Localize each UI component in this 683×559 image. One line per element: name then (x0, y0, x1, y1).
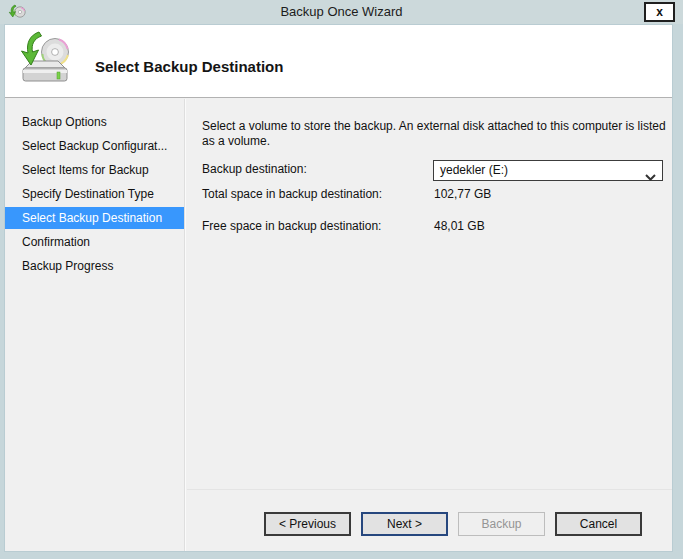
chevron-down-icon (645, 168, 656, 175)
backup-button[interactable]: Backup (458, 512, 545, 536)
free-space-label: Free space in backup destination: (202, 216, 381, 237)
titlebar: Backup Once Wizard x (0, 0, 683, 24)
backup-destination-selected-value: yedekler (E:) (440, 163, 508, 177)
backup-once-wizard-window: Backup Once Wizard x (0, 0, 683, 559)
sidebar-item-select-backup-configuration[interactable]: Select Backup Configurat... (5, 135, 184, 157)
sidebar-content-divider (184, 99, 186, 551)
window-title: Backup Once Wizard (0, 0, 683, 24)
page-content: Select a volume to store the backup. An … (187, 99, 672, 551)
backup-destination-select[interactable]: yedekler (E:) (433, 160, 663, 181)
page-title: Select Backup Destination (95, 58, 283, 75)
sidebar-item-select-backup-destination[interactable]: Select Backup Destination (5, 207, 184, 229)
page-description: Select a volume to store the backup. An … (202, 119, 670, 149)
total-space-value: 102,77 GB (434, 184, 491, 205)
close-icon: x (656, 5, 663, 19)
main-area: Backup Options Select Backup Configurat.… (5, 99, 672, 551)
footer-separator (187, 489, 672, 490)
backup-destination-icon (15, 30, 73, 90)
backup-destination-label: Backup destination: (202, 159, 307, 180)
wizard-header: Select Backup Destination (5, 25, 672, 98)
close-button[interactable]: x (644, 2, 675, 22)
sidebar-item-backup-options[interactable]: Backup Options (5, 111, 184, 133)
sidebar-item-specify-destination-type[interactable]: Specify Destination Type (5, 183, 184, 205)
free-space-value: 48,01 GB (434, 216, 485, 237)
total-space-label: Total space in backup destination: (202, 184, 382, 205)
sidebar-item-confirmation[interactable]: Confirmation (5, 231, 184, 253)
sidebar-item-select-items-for-backup[interactable]: Select Items for Backup (5, 159, 184, 181)
cancel-button[interactable]: Cancel (555, 512, 642, 536)
previous-button[interactable]: < Previous (264, 512, 351, 536)
window-body: Select Backup Destination Backup Options… (4, 24, 673, 552)
wizard-steps-sidebar: Backup Options Select Backup Configurat.… (5, 99, 184, 551)
sidebar-item-backup-progress[interactable]: Backup Progress (5, 255, 184, 277)
footer-buttons: < Previous Next > Backup Cancel (264, 512, 642, 536)
next-button[interactable]: Next > (361, 512, 448, 536)
